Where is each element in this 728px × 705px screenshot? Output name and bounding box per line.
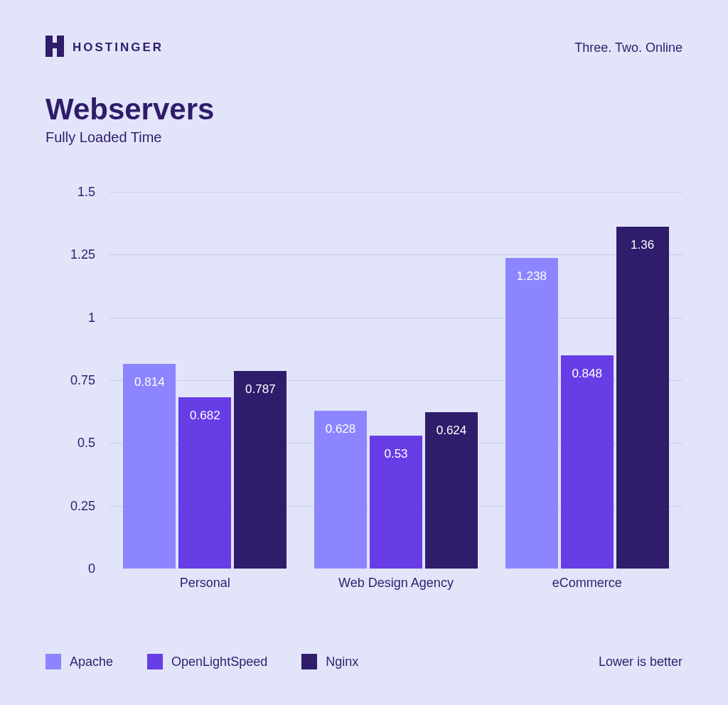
bar-value-label: 0.787 [245,382,276,397]
legend-swatch [301,654,317,669]
legend-swatch [46,654,61,669]
bar-value-label: 0.624 [437,424,467,438]
x-category-label: eCommerce [552,576,622,591]
bar-group: 0.6280.530.624 [314,192,478,569]
bar: 0.682 [178,397,231,569]
legend-item: Apache [46,654,113,669]
plot-area: 0.8140.6820.7870.6280.530.6241.2380.8481… [109,192,682,569]
bar: 0.814 [123,364,176,569]
x-category-label: Personal [180,576,230,591]
legend-label: OpenLightSpeed [171,655,267,669]
legend-item: Nginx [301,654,358,669]
brand-logo: HOSTINGER [46,36,164,60]
bar: 1.238 [505,258,558,569]
svg-rect-3 [57,48,64,57]
title-block: Webservers Fully Loaded Time [46,92,214,146]
y-tick-label: 0.25 [46,498,95,513]
header: HOSTINGER Three. Two. Online [46,36,682,60]
chart-note: Lower is better [599,655,682,669]
legend-item: OpenLightSpeed [147,654,267,669]
y-tick-label: 1.5 [46,185,95,200]
legend-swatch [147,654,163,669]
x-category-label: Web Design Agency [338,576,454,591]
bar-value-label: 1.238 [516,269,547,284]
brand-tagline: Three. Two. Online [574,41,682,55]
bar: 0.628 [314,411,367,569]
bar: 1.36 [616,227,669,569]
y-tick-label: 1 [46,310,95,325]
bar-value-label: 0.53 [384,447,407,461]
chart-subtitle: Fully Loaded Time [46,129,214,146]
brand-name: HOSTINGER [73,41,164,55]
legend-label: Apache [70,655,113,669]
y-tick-label: 0.75 [46,373,95,388]
svg-rect-4 [46,44,64,48]
legend: ApacheOpenLightSpeedNginx Lower is bette… [46,654,682,669]
bar: 0.624 [425,412,478,569]
bar: 0.787 [234,371,287,569]
bar-value-label: 1.36 [631,238,654,252]
bar-group: 1.2380.8481.36 [505,192,669,569]
legend-label: Nginx [326,655,358,669]
bar-value-label: 0.848 [572,367,602,381]
bar-value-label: 0.628 [326,422,356,436]
y-tick-label: 0.5 [46,436,95,451]
y-tick-label: 1.25 [46,247,95,262]
chart-title: Webservers [46,92,214,127]
y-tick-label: 0 [46,561,95,576]
chart: 00.250.50.7511.251.5 0.8140.6820.7870.62… [46,192,682,590]
hostinger-logo-icon [46,36,64,60]
bar: 0.53 [370,436,422,569]
bar: 0.848 [561,355,614,569]
bar-value-label: 0.682 [190,409,220,423]
bar-value-label: 0.814 [134,375,165,389]
bar-group: 0.8140.6820.787 [123,192,287,569]
